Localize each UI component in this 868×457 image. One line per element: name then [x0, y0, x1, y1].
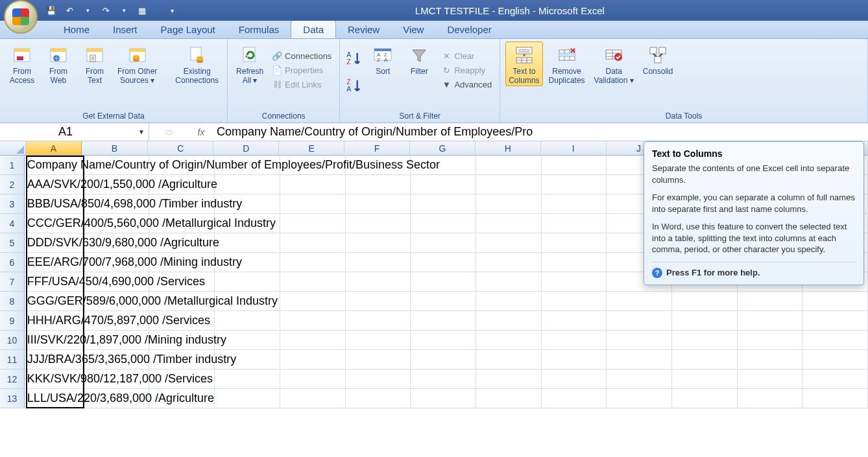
cell[interactable]: [738, 389, 803, 408]
from-access-button[interactable]: From Access: [5, 41, 39, 86]
cell[interactable]: [346, 331, 411, 350]
select-all-button[interactable]: [0, 141, 26, 156]
cell[interactable]: [738, 350, 803, 369]
row-header[interactable]: 2: [0, 175, 25, 194]
column-header-H[interactable]: H: [476, 141, 541, 156]
cell[interactable]: [476, 369, 542, 389]
cell[interactable]: CCC/GER/400/5,560,000 /Metallurgical Ind…: [25, 214, 83, 233]
cell[interactable]: [672, 369, 738, 389]
row-header[interactable]: 8: [0, 292, 25, 311]
cell[interactable]: [346, 292, 411, 311]
remove-duplicates-button[interactable]: Remove Duplicates: [546, 41, 588, 86]
cell[interactable]: [476, 156, 542, 175]
row-header[interactable]: 10: [0, 331, 25, 350]
cell[interactable]: [280, 214, 346, 233]
print-preview-icon[interactable]: ▦: [136, 5, 148, 16]
cell[interactable]: [411, 272, 476, 292]
cell[interactable]: EEE/ARG/700/7,968,000 /Mining industry: [25, 253, 83, 272]
cell[interactable]: [280, 233, 346, 253]
cell[interactable]: [607, 389, 672, 408]
cell[interactable]: [346, 369, 411, 389]
tab-home[interactable]: Home: [52, 21, 101, 38]
row-header[interactable]: 3: [0, 194, 25, 214]
cell[interactable]: DDD/SVK/630/9,680,000 /Agriculture: [25, 233, 83, 253]
cell[interactable]: [476, 253, 542, 272]
cell[interactable]: [215, 369, 280, 389]
cell[interactable]: [542, 292, 607, 311]
cell[interactable]: [280, 369, 346, 389]
cell[interactable]: [411, 311, 476, 331]
save-icon[interactable]: 💾: [45, 5, 57, 16]
redo-icon[interactable]: ↷: [100, 5, 112, 16]
column-header-F[interactable]: F: [344, 141, 410, 156]
cell[interactable]: [802, 292, 868, 311]
cell[interactable]: [411, 214, 476, 233]
cell[interactable]: [476, 331, 542, 350]
cell[interactable]: [280, 311, 346, 331]
cell[interactable]: Company Name/Country of Origin/Number of…: [25, 156, 83, 175]
column-header-D[interactable]: D: [213, 141, 279, 156]
cell[interactable]: [280, 194, 346, 214]
filter-button[interactable]: Filter: [402, 41, 436, 76]
tab-developer[interactable]: Developer: [435, 21, 503, 38]
cell[interactable]: [802, 369, 868, 389]
cell[interactable]: [280, 389, 346, 408]
tab-view[interactable]: View: [391, 21, 435, 38]
cell[interactable]: [346, 350, 411, 369]
tab-page-layout[interactable]: Page Layout: [149, 21, 227, 38]
data-validation-button[interactable]: Data Validation ▾: [591, 41, 637, 86]
cell[interactable]: [542, 272, 607, 292]
cell[interactable]: [411, 194, 476, 214]
cell[interactable]: [607, 331, 672, 350]
cell[interactable]: [542, 233, 607, 253]
cell[interactable]: III/SVK/220/1,897,000 /Mining industry: [25, 331, 83, 350]
tab-formulas[interactable]: Formulas: [227, 21, 291, 38]
cell[interactable]: [476, 292, 542, 311]
cell[interactable]: [411, 253, 476, 272]
cell[interactable]: [411, 369, 476, 389]
cell[interactable]: [607, 292, 672, 311]
cell[interactable]: [411, 175, 476, 194]
column-header-E[interactable]: E: [279, 141, 344, 156]
cell[interactable]: [280, 175, 346, 194]
cell[interactable]: [542, 214, 607, 233]
cell[interactable]: [476, 194, 542, 214]
cell[interactable]: [672, 311, 738, 331]
cell[interactable]: [280, 253, 346, 272]
office-button[interactable]: [4, 0, 38, 34]
cell[interactable]: [542, 156, 607, 175]
cell[interactable]: [215, 175, 280, 194]
cell[interactable]: [476, 389, 542, 408]
cell[interactable]: [672, 292, 738, 311]
existing-connections-button[interactable]: Existing Connections: [172, 41, 222, 86]
fx-icon[interactable]: fx: [188, 127, 214, 137]
cell[interactable]: [476, 311, 542, 331]
row-header[interactable]: 1: [0, 156, 25, 175]
cell[interactable]: [476, 272, 542, 292]
advanced-filter-button[interactable]: ▼Advanced: [439, 78, 494, 91]
row-header[interactable]: 7: [0, 272, 25, 292]
text-to-columns-button[interactable]: Text to Columns: [505, 41, 542, 86]
cell[interactable]: [346, 389, 411, 408]
sort-asc-button[interactable]: AZ: [345, 49, 363, 67]
clear-filter-button[interactable]: ✕Clear: [439, 49, 494, 62]
column-header-B[interactable]: B: [82, 141, 149, 156]
redo-dropdown-icon[interactable]: ▾: [118, 5, 130, 16]
cell[interactable]: FFF/USA/450/4,690,000 /Services: [25, 272, 83, 292]
tab-data[interactable]: Data: [291, 20, 336, 38]
cell[interactable]: [346, 272, 411, 292]
cell[interactable]: [215, 389, 280, 408]
row-header[interactable]: 6: [0, 253, 25, 272]
refresh-all-button[interactable]: Refresh All ▾: [233, 41, 267, 86]
from-other-sources-button[interactable]: From Other Sources ▾: [114, 41, 160, 86]
column-header-G[interactable]: G: [410, 141, 476, 156]
cell[interactable]: [738, 369, 803, 389]
formula-input[interactable]: [214, 123, 868, 141]
cell[interactable]: HHH/ARG/470/5,897,000 /Services: [25, 311, 83, 331]
column-header-A[interactable]: A: [26, 141, 82, 156]
cell[interactable]: [476, 214, 542, 233]
properties-button[interactable]: 📄Properties: [269, 64, 334, 76]
name-box[interactable]: A1 ▼: [0, 123, 149, 141]
from-text-button[interactable]: From Text: [78, 41, 112, 86]
cell[interactable]: [542, 331, 607, 350]
